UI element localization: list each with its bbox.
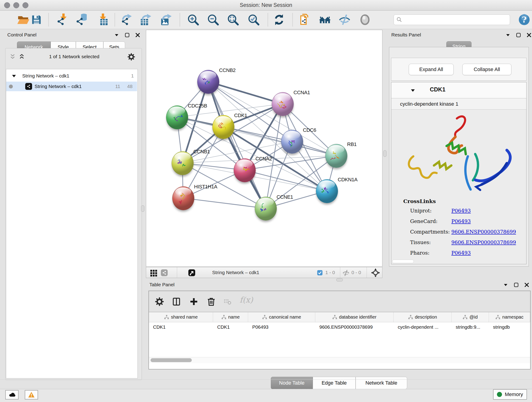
column-header-shared-name[interactable]: shared name: [149, 312, 213, 322]
column-header-database-identifier[interactable]: database identifier: [315, 312, 394, 322]
left-splitter-handle[interactable]: [141, 205, 144, 212]
tab-edge-table[interactable]: Edge Table: [313, 377, 355, 389]
delete-column-icon[interactable]: [207, 297, 216, 306]
table-cell[interactable]: stringdb: [489, 322, 530, 332]
cloud-icon: [8, 392, 16, 398]
entry-hscrollbar[interactable]: [392, 260, 414, 263]
hide-graphics-icon[interactable]: [338, 13, 351, 26]
panel-float-icon[interactable]: [515, 32, 521, 38]
import-network-file-icon[interactable]: [56, 13, 69, 26]
column-header--id[interactable]: @id: [452, 312, 489, 322]
collapse-all-networks-icon[interactable]: [9, 53, 16, 60]
panel-collapse-icon[interactable]: [114, 32, 120, 38]
help-icon[interactable]: ?: [518, 14, 530, 26]
graph-node-ccnb1[interactable]: [172, 151, 194, 175]
graph-edge[interactable]: [183, 198, 266, 208]
table-hscrollbar-handle[interactable]: [151, 358, 192, 362]
memory-button[interactable]: Memory: [493, 389, 527, 400]
expand-all-button[interactable]: Expand All: [409, 64, 454, 75]
zoom-fit-icon[interactable]: [227, 13, 239, 26]
crosslink-value[interactable]: 9606.ENSP00000378699: [451, 240, 516, 245]
graph-node-rb1[interactable]: [325, 144, 347, 168]
table-settings-gear-icon[interactable]: [155, 297, 164, 306]
crosslink-value[interactable]: P06493: [451, 250, 471, 256]
graph-node-hist1h1a[interactable]: [172, 186, 194, 210]
column-header-description[interactable]: description: [394, 312, 452, 322]
column-header-canonical-name[interactable]: canonical name: [248, 312, 315, 322]
zoom-out-icon[interactable]: [207, 13, 219, 26]
tab-node-table[interactable]: Node Table: [271, 377, 313, 389]
view-network-share-icon[interactable]: [160, 269, 168, 277]
import-table-icon[interactable]: [96, 13, 108, 26]
crosslink-value[interactable]: P06493: [451, 218, 471, 224]
view-grid-icon[interactable]: [149, 269, 157, 277]
panel-collapse-icon[interactable]: [503, 282, 509, 288]
graph-node-cdkn1a[interactable]: [316, 179, 338, 203]
column-header-name[interactable]: name: [213, 312, 248, 322]
graph-node-ccna2[interactable]: [234, 158, 256, 182]
table-cell[interactable]: P06493: [248, 322, 315, 332]
entry-header[interactable]: CDK1: [391, 82, 526, 98]
import-network-database-icon[interactable]: [75, 13, 88, 26]
graph-node-label: CDK1: [234, 113, 247, 119]
table-cell[interactable]: cyclin-dependent ...: [394, 322, 452, 332]
collapse-all-button[interactable]: Collapse All: [462, 64, 511, 75]
table-cell[interactable]: 9606.ENSP00000378699: [315, 322, 394, 332]
hidden-eye-icon[interactable]: [342, 269, 350, 277]
birdseye-crosshair-icon[interactable]: [371, 268, 380, 277]
graph-node-cdc25b[interactable]: [166, 105, 188, 129]
open-session-icon[interactable]: [17, 13, 29, 26]
table-row[interactable]: CDK1CDK1P064939606.ENSP00000378699cyclin…: [149, 322, 530, 332]
panel-collapse-icon[interactable]: [505, 32, 511, 38]
entry-collapse-icon[interactable]: [410, 88, 416, 93]
zoom-in-icon[interactable]: [187, 13, 199, 26]
export-network-icon[interactable]: [120, 13, 133, 26]
tree-collapse-icon[interactable]: [11, 73, 17, 79]
create-column-icon[interactable]: [189, 297, 198, 306]
export-table-icon[interactable]: [140, 13, 152, 26]
panel-close-icon[interactable]: [135, 32, 141, 38]
network-collection-count: 1: [131, 73, 134, 79]
show-columns-icon[interactable]: [172, 297, 181, 306]
panel-close-icon[interactable]: [524, 282, 530, 288]
panel-float-icon[interactable]: [513, 282, 519, 288]
crosslink-value[interactable]: 9606.ENSP00000378699: [451, 229, 516, 235]
save-session-icon[interactable]: [30, 13, 43, 26]
open-cybrowser-icon[interactable]: [298, 13, 310, 26]
column-header-namespac[interactable]: namespac: [489, 312, 530, 322]
selected-checkbox-icon[interactable]: [317, 269, 323, 276]
table-cell[interactable]: CDK1: [213, 322, 248, 332]
cloud-button[interactable]: [5, 390, 19, 400]
tab-network-table[interactable]: Network Table: [355, 377, 407, 389]
graph-node-label: CDC6: [303, 127, 316, 133]
table-cell[interactable]: stringdb:9...: [452, 322, 489, 332]
home-icon[interactable]: [319, 13, 331, 26]
level-of-detail-icon[interactable]: [359, 13, 371, 26]
crosslink-row: Compartments: 9606.ENSP00000378699: [391, 227, 526, 238]
graph-node-ccnb2[interactable]: [197, 70, 219, 94]
graph-node-cdk1[interactable]: [212, 115, 234, 139]
panel-close-icon[interactable]: [526, 32, 532, 38]
expand-all-networks-icon[interactable]: [18, 53, 25, 60]
table-cell[interactable]: CDK1: [149, 322, 213, 332]
refresh-icon[interactable]: [273, 13, 285, 26]
graph-node-ccne1[interactable]: [255, 197, 277, 220]
export-image-icon[interactable]: [160, 13, 173, 26]
network-options-gear-icon[interactable]: [127, 53, 135, 61]
crosslink-label: GeneCard:: [410, 218, 438, 224]
search-input[interactable]: [405, 16, 507, 23]
warnings-button[interactable]: [25, 390, 38, 400]
network-tree-item-row[interactable]: String Network – cdk1 11 48: [6, 82, 137, 91]
panel-float-icon[interactable]: [124, 32, 130, 38]
graph-edge[interactable]: [208, 82, 283, 104]
graph-node-cdc6[interactable]: [281, 130, 303, 153]
graph-edge[interactable]: [223, 127, 336, 156]
graph-node-ccna1[interactable]: [272, 92, 294, 116]
network-view-canvas[interactable]: CCNB2CCNA1CDC25BCDK1CDC6RB1CCNB1CCNA2CDK…: [146, 30, 382, 267]
detach-view-icon[interactable]: [188, 269, 196, 277]
network-tree-root-row[interactable]: String Network – cdk1 1: [6, 71, 137, 81]
right-splitter-handle[interactable]: [383, 150, 386, 157]
clear-table-icon: [223, 298, 232, 306]
crosslink-value[interactable]: P06493: [451, 208, 471, 214]
zoom-selected-icon[interactable]: [247, 13, 260, 26]
